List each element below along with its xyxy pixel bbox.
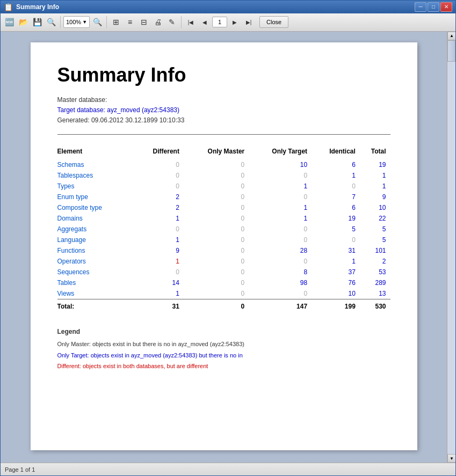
- toolbar-new-button[interactable]: 🆕: [3, 16, 16, 28]
- table-row: Domains 1 0 1 19 22: [57, 213, 390, 224]
- col-header-only-target: Only Target: [249, 145, 312, 159]
- title-bar: 📋 Summary Info ─ □ ✕: [1, 1, 455, 13]
- toolbar-edit-button[interactable]: ✎: [165, 16, 178, 28]
- cell-identical: 0: [312, 181, 360, 192]
- status-bar: Page 1 of 1: [1, 463, 455, 475]
- cell-element: Language: [57, 235, 135, 245]
- report-title: Summary Info: [57, 64, 390, 86]
- cell-element: Aggregats: [57, 224, 135, 235]
- window-title: Summary Info: [16, 3, 411, 11]
- cell-element: Functions: [57, 245, 135, 256]
- scroll-track[interactable]: [447, 40, 455, 454]
- legend-title: Legend: [57, 328, 390, 335]
- cell-identical: 1: [312, 170, 360, 181]
- cell-only-target: 0: [249, 192, 312, 202]
- cell-element: Types: [57, 181, 135, 192]
- cell-element: Composite type: [57, 202, 135, 213]
- nav-last-button[interactable]: ▶|: [242, 16, 255, 28]
- cell-only-master: 0: [184, 181, 249, 192]
- table-header-row: Element Different Only Master Only Targe…: [57, 145, 390, 159]
- cell-different: 1: [135, 213, 184, 224]
- cell-element: Tables: [57, 277, 135, 288]
- cell-identical: 10: [312, 288, 360, 299]
- cell-only-target: 1: [249, 202, 312, 213]
- total-only-master: 0: [184, 299, 249, 312]
- cell-different: 0: [135, 267, 184, 277]
- cell-only-target: 0: [249, 235, 312, 245]
- table-row: Tablespaces 0 0 0 1 1: [57, 170, 390, 181]
- col-header-total: Total: [360, 145, 390, 159]
- window-icon: 📋: [4, 3, 13, 11]
- toolbar-view3-button[interactable]: ⊟: [137, 16, 150, 28]
- legend-item-different: Different: objects exist in both databas…: [57, 362, 390, 371]
- cell-element: Domains: [57, 213, 135, 224]
- table-row: Schemas 0 0 10 6 19: [57, 159, 390, 170]
- zoom-control[interactable]: 100% ▼: [63, 16, 90, 28]
- table-row: Views 1 0 0 10 13: [57, 288, 390, 299]
- scrollbar: ▲ ▼: [447, 32, 455, 463]
- minimize-button[interactable]: ─: [415, 2, 426, 12]
- main-window: 📋 Summary Info ─ □ ✕ 🆕 📂 💾 🔍 100% ▼ 🔍 ⊞ …: [0, 0, 456, 476]
- total-label: Total:: [57, 299, 135, 312]
- generated-label: Generated: 09.06.2012 30.12.1899 10:10:3…: [57, 115, 390, 126]
- cell-total: 53: [360, 267, 390, 277]
- cell-only-master: 0: [184, 213, 249, 224]
- cell-only-master: 0: [184, 170, 249, 181]
- report-divider: [57, 134, 390, 135]
- cell-element: Operators: [57, 256, 135, 267]
- title-bar-buttons: ─ □ ✕: [415, 2, 452, 12]
- col-header-only-master: Only Master: [184, 145, 249, 159]
- toolbar-search-button[interactable]: 🔍: [45, 16, 57, 28]
- toolbar-view2-button[interactable]: ≡: [124, 16, 136, 28]
- toolbar-zoom-out-button[interactable]: 🔍: [91, 16, 104, 28]
- main-area: Summary Info Master database: Target dat…: [1, 32, 455, 463]
- cell-total: 19: [360, 159, 390, 170]
- window-close-button[interactable]: ✕: [440, 2, 452, 12]
- cell-only-target: 0: [249, 170, 312, 181]
- cell-different: 14: [135, 277, 184, 288]
- cell-only-master: 0: [184, 224, 249, 235]
- cell-identical: 37: [312, 267, 360, 277]
- page-input[interactable]: 1: [212, 17, 227, 27]
- col-header-different: Different: [135, 145, 184, 159]
- cell-only-target: 1: [249, 213, 312, 224]
- cell-total: 5: [360, 224, 390, 235]
- zoom-label: 100%: [66, 19, 81, 25]
- scroll-thumb[interactable]: [447, 40, 455, 62]
- scroll-area[interactable]: Summary Info Master database: Target dat…: [1, 32, 447, 463]
- cell-only-master: 0: [184, 159, 249, 170]
- table-row: Tables 14 0 98 76 289: [57, 277, 390, 288]
- cell-different: 0: [135, 181, 184, 192]
- cell-only-target: 1: [249, 181, 312, 192]
- scroll-up-button[interactable]: ▲: [447, 32, 456, 40]
- cell-identical: 6: [312, 202, 360, 213]
- toolbar-view1-button[interactable]: ⊞: [110, 16, 122, 28]
- cell-identical: 7: [312, 192, 360, 202]
- target-database-label: Target database: ayz_moved (ayz2:54383): [57, 105, 390, 115]
- maximize-button[interactable]: □: [428, 2, 439, 12]
- cell-different: 0: [135, 224, 184, 235]
- cell-only-target: 0: [249, 256, 312, 267]
- nav-prev-button[interactable]: ◀: [198, 16, 211, 28]
- cell-total: 22: [360, 213, 390, 224]
- cell-different: 1: [135, 256, 184, 267]
- cell-element: Enum type: [57, 192, 135, 202]
- zoom-dropdown-icon[interactable]: ▼: [82, 19, 87, 25]
- nav-next-button[interactable]: ▶: [228, 16, 241, 28]
- table-row: Composite type 2 0 1 6 10: [57, 202, 390, 213]
- col-header-identical: Identical: [312, 145, 360, 159]
- cell-total: 101: [360, 245, 390, 256]
- cell-element: Sequences: [57, 267, 135, 277]
- cell-only-target: 98: [249, 277, 312, 288]
- scroll-down-button[interactable]: ▼: [447, 454, 456, 463]
- toolbar-save-button[interactable]: 💾: [31, 16, 44, 28]
- cell-identical: 6: [312, 159, 360, 170]
- cell-element: Tablespaces: [57, 170, 135, 181]
- cell-different: 0: [135, 170, 184, 181]
- toolbar-print-button[interactable]: 🖨: [151, 16, 164, 28]
- nav-first-button[interactable]: |◀: [184, 16, 197, 28]
- close-report-button[interactable]: Close: [259, 16, 288, 28]
- cell-element: Schemas: [57, 159, 135, 170]
- toolbar-open-button[interactable]: 📂: [17, 16, 30, 28]
- table-row: Operators 1 0 0 1 2: [57, 256, 390, 267]
